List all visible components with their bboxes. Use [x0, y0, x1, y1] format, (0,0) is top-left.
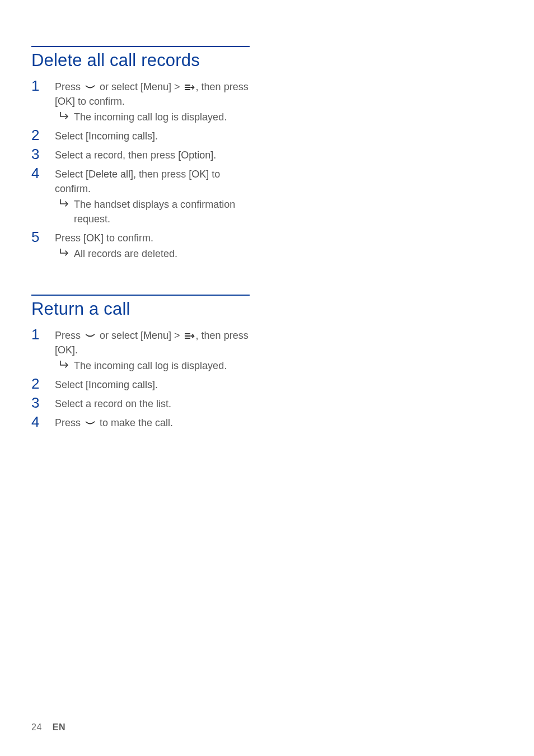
step-text: Select [Delete all], then press [OK] to … — [55, 167, 250, 196]
content-column: Delete all call records1Press or select … — [31, 46, 250, 430]
result-arrow-icon — [59, 198, 69, 207]
step-text: Press [OK] to confirm. — [55, 231, 250, 245]
step-item: 4Press to make the call. — [31, 414, 250, 430]
result-text: The incoming call log is displayed. — [74, 358, 250, 373]
result-text: The incoming call log is displayed. — [74, 110, 250, 124]
result-arrow-icon — [59, 360, 69, 368]
step-item: 1Press or select [Menu] > , then press [… — [31, 327, 250, 373]
step-body: Press to make the call. — [55, 414, 250, 430]
step-body: Select a record on the list. — [55, 395, 250, 411]
result-arrow-icon — [59, 248, 69, 256]
ui-label: [Incoming calls] — [86, 379, 155, 390]
step-number: 1 — [31, 327, 55, 342]
result-arrow-icon — [58, 246, 74, 256]
result-text: All records are deleted. — [74, 246, 250, 261]
result-arrow-icon — [58, 110, 74, 120]
step-item: 3Select a record, then press [Option]. — [31, 147, 250, 162]
step-text: Press or select [Menu] > , then press [O… — [55, 328, 250, 357]
step-result: The incoming call log is displayed. — [55, 358, 250, 373]
step-body: Press [OK] to confirm.All records are de… — [55, 230, 250, 261]
ui-label: [Incoming calls] — [86, 130, 155, 142]
step-number: 3 — [31, 395, 55, 410]
down-key-icon — [85, 83, 96, 91]
section-heading: Delete all call records — [31, 50, 250, 71]
step-number: 5 — [31, 230, 55, 244]
step-item: 2Select [Incoming calls]. — [31, 376, 250, 392]
step-number: 4 — [31, 414, 55, 429]
ui-label: [OK] — [55, 96, 75, 107]
ui-label: [OK] — [189, 169, 209, 180]
step-text: Press or select [Menu] > , then press [O… — [55, 80, 250, 109]
call-log-icon — [184, 83, 195, 91]
manual-page: Delete all call records1Press or select … — [0, 0, 534, 756]
ui-label: [OK] — [55, 344, 75, 356]
step-body: Press or select [Menu] > , then press [O… — [55, 78, 250, 124]
step-number: 3 — [31, 147, 55, 161]
section-heading: Return a call — [31, 299, 250, 319]
step-number: 4 — [31, 166, 55, 180]
page-lang: EN — [53, 722, 65, 732]
step-number: 2 — [31, 128, 55, 142]
step-body: Press or select [Menu] > , then press [O… — [55, 327, 250, 373]
step-text: Select [Incoming calls]. — [55, 377, 250, 392]
step-item: 4Select [Delete all], then press [OK] to… — [31, 166, 250, 226]
step-item: 3Select a record on the list. — [31, 395, 250, 411]
ui-label: [Menu] — [140, 81, 171, 92]
step-list: 1Press or select [Menu] > , then press [… — [31, 327, 250, 430]
step-text: Select a record, then press [Option]. — [55, 148, 250, 162]
ui-label: [Menu] — [140, 330, 171, 341]
step-body: Select [Incoming calls]. — [55, 128, 250, 143]
step-body: Select a record, then press [Option]. — [55, 147, 250, 162]
ui-label: [Delete all] — [86, 169, 133, 180]
down-key-icon — [85, 332, 96, 340]
page-footer: 24 EN — [31, 722, 65, 732]
result-arrow-icon — [59, 111, 69, 120]
step-text: Select a record on the list. — [55, 396, 250, 411]
page-number: 24 — [31, 722, 42, 732]
step-item: 1Press or select [Menu] > , then press [… — [31, 78, 250, 124]
ui-label: [Option] — [178, 150, 213, 161]
step-result: All records are deleted. — [55, 246, 250, 261]
ui-label: [OK] — [83, 232, 104, 244]
result-arrow-icon — [58, 358, 74, 368]
step-text: Select [Incoming calls]. — [55, 129, 250, 143]
call-key-icon — [85, 419, 96, 427]
step-item: 5Press [OK] to confirm.All records are d… — [31, 230, 250, 261]
step-body: Select [Delete all], then press [OK] to … — [55, 166, 250, 226]
step-body: Select [Incoming calls]. — [55, 376, 250, 392]
step-result: The handset displays a confirmation requ… — [55, 197, 250, 226]
step-list: 1Press or select [Menu] > , then press [… — [31, 78, 250, 261]
section-rule — [31, 46, 250, 47]
section-rule — [31, 295, 250, 296]
result-arrow-icon — [58, 197, 74, 207]
step-text: Press to make the call. — [55, 416, 250, 430]
call-log-icon — [184, 332, 195, 340]
step-number: 2 — [31, 376, 55, 391]
step-item: 2Select [Incoming calls]. — [31, 128, 250, 143]
step-number: 1 — [31, 78, 55, 93]
result-text: The handset displays a confirmation requ… — [74, 197, 250, 226]
step-result: The incoming call log is displayed. — [55, 110, 250, 124]
